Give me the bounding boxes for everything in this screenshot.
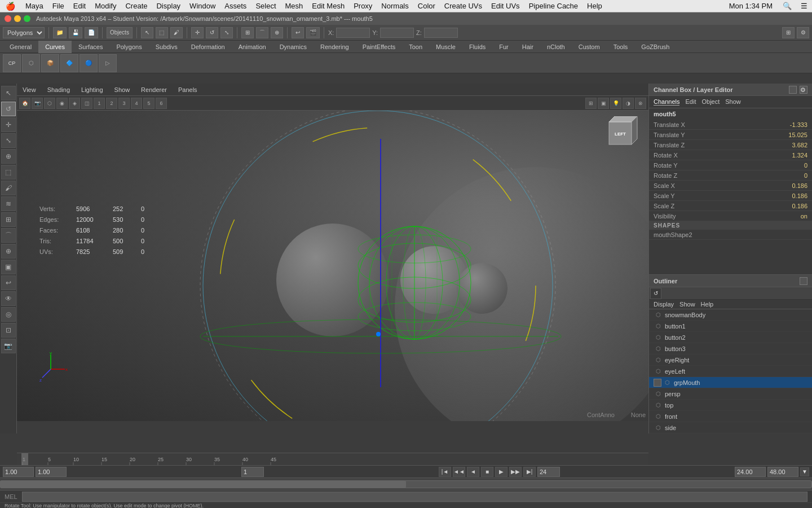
stop-btn[interactable]: ■ — [481, 467, 493, 477]
vp-back-faces[interactable]: ◫ — [81, 98, 92, 109]
snap-grid-btn[interactable]: ⊞ — [1, 212, 16, 227]
render-btn[interactable]: 🎬 — [306, 27, 320, 38]
menu-editmesh[interactable]: Edit Mesh — [307, 0, 349, 12]
vp-menu-show[interactable]: Show — [109, 84, 136, 96]
outliner-refresh-btn[interactable]: ↺ — [650, 288, 661, 299]
shelf-tab-general[interactable]: General — [3, 41, 38, 53]
vp-display1[interactable]: 1 — [94, 98, 105, 109]
shelf-tab-tools[interactable]: Tools — [607, 41, 635, 53]
vp-grid-toggle[interactable]: ⊞ — [585, 98, 597, 109]
menu-modify[interactable]: Modify — [90, 0, 121, 12]
vp-ao-toggle[interactable]: ⊗ — [635, 98, 646, 109]
goto-end-btn[interactable]: ▶| — [523, 467, 536, 477]
menu-window[interactable]: Window — [185, 0, 220, 12]
shelf-tab-subdivs[interactable]: Subdivs — [149, 41, 184, 53]
outliner-tab-display[interactable]: Display — [654, 301, 674, 308]
manipulator-dot[interactable] — [376, 332, 381, 336]
mode-selector[interactable]: Polygons — [3, 27, 45, 38]
vp-menu-lighting[interactable]: Lighting — [76, 84, 109, 96]
paint-tool[interactable]: 🖌 — [170, 27, 183, 38]
step-forward-btn[interactable]: ▶▶ — [509, 467, 522, 477]
view-cube[interactable]: LEFT — [603, 116, 637, 150]
shelf-tab-custom[interactable]: Custom — [572, 41, 607, 53]
shelf-tab-dynamics[interactable]: Dynamics — [273, 41, 314, 53]
outliner-collapse-btn[interactable] — [800, 277, 807, 285]
outliner-item-side[interactable]: ⬡ side — [649, 422, 812, 433]
outliner-item-button1[interactable]: ⬡ button1 — [649, 321, 812, 332]
menu-display[interactable]: Display — [152, 0, 185, 12]
vp-wireframe[interactable]: ⬡ — [44, 98, 55, 109]
outliner-content[interactable]: ⬡ snowmanBody ⬡ button1 ⬡ button2 ⬡ butt… — [649, 309, 812, 433]
vp-smooth[interactable]: ◉ — [56, 98, 68, 109]
outliner-item-button3[interactable]: ⬡ button3 — [649, 343, 812, 354]
cb-collapse-btn[interactable] — [789, 86, 797, 94]
shelf-tab-ncloth[interactable]: nCloth — [540, 41, 572, 53]
vp-display-mode[interactable]: ▣ — [598, 98, 609, 109]
outliner-item-eyeleft[interactable]: ⬡ eyeLeft — [649, 366, 812, 377]
vp-display6[interactable]: 6 — [156, 98, 167, 109]
isolate-btn[interactable]: ◎ — [1, 307, 16, 322]
vp-camera-home[interactable]: 🏠 — [19, 98, 30, 109]
history-icon-btn[interactable]: ↩ — [1, 275, 16, 290]
snap-curve-btn[interactable]: ⌒ — [1, 228, 16, 243]
soft-mod-btn[interactable]: ≋ — [1, 196, 16, 211]
menu-create[interactable]: Create — [121, 0, 152, 12]
outliner-item-button2[interactable]: ⬡ button2 — [649, 332, 812, 343]
camera-btn[interactable]: 📷 — [1, 339, 16, 353]
grpmouth-expand-icon[interactable] — [654, 379, 661, 387]
vp-xray[interactable]: ◈ — [69, 98, 80, 109]
menu-help[interactable]: Help — [582, 0, 607, 12]
range-slider-bar[interactable] — [0, 478, 812, 490]
menu-normals[interactable]: Normals — [377, 0, 413, 12]
shelf-tab-hair[interactable]: Hair — [515, 41, 540, 53]
search-icon[interactable]: 🔍 — [778, 0, 796, 12]
menu-createuvs[interactable]: Create UVs — [440, 0, 487, 12]
x-coord-input[interactable] — [336, 28, 370, 38]
playback-range-end-field[interactable] — [735, 467, 766, 477]
playback-start-field[interactable] — [3, 467, 34, 477]
outliner-item-top[interactable]: ⬡ top — [649, 400, 812, 411]
vp-menu-renderer[interactable]: Renderer — [135, 84, 173, 96]
rotate-tool[interactable]: ↺ — [206, 27, 218, 38]
cb-tab-object[interactable]: Object — [701, 98, 720, 106]
move-tool[interactable]: ✛ — [191, 27, 204, 38]
shelf-icon-1[interactable]: ⬡ — [22, 54, 40, 72]
paint-select-btn[interactable]: 🖌 — [1, 181, 16, 195]
shelf-tab-gozbrush[interactable]: GoZBrush — [634, 41, 676, 53]
shelf-icon-5[interactable]: ▷ — [99, 54, 117, 72]
menu-edit[interactable]: Edit — [69, 0, 90, 12]
menu-color[interactable]: Color — [413, 0, 440, 12]
channel-translate-y[interactable]: Translate Y 15.025 — [649, 130, 812, 140]
shelf-tab-rendering[interactable]: Rendering — [314, 41, 356, 53]
menu-edituvs[interactable]: Edit UVs — [487, 0, 524, 12]
file-open-btn[interactable]: 📁 — [53, 27, 67, 38]
menu-mesh[interactable]: Mesh — [281, 0, 308, 12]
outliner-tab-help[interactable]: Help — [701, 301, 714, 308]
playback-max-end-field[interactable] — [767, 467, 798, 477]
shelf-tab-deformation[interactable]: Deformation — [184, 41, 232, 53]
select-tool[interactable]: ↖ — [141, 27, 153, 38]
vp-display2[interactable]: 2 — [106, 98, 117, 109]
channel-translate-z[interactable]: Translate Z 3.682 — [649, 140, 812, 150]
playback-options-btn[interactable]: ▼ — [800, 467, 809, 476]
outliner-item-front[interactable]: ⬡ front — [649, 411, 812, 422]
settings-btn[interactable]: ⚙ — [797, 27, 809, 38]
channel-scale-y[interactable]: Scale Y 0.186 — [649, 191, 812, 201]
select-tool-btn[interactable]: ↖ — [1, 86, 16, 100]
frame-number-display[interactable]: 1 — [241, 467, 264, 477]
history-btn[interactable]: ↩ — [292, 27, 304, 38]
panel-btn[interactable]: ⊡ — [1, 323, 16, 338]
lasso-tool-btn[interactable]: ⬚ — [1, 165, 16, 179]
channel-rotate-x[interactable]: Rotate X 1.324 — [649, 150, 812, 160]
channel-shape-name[interactable]: mouthShape2 — [649, 230, 812, 240]
scale-tool[interactable]: ⤡ — [220, 27, 233, 38]
apple-menu[interactable]: 🍎 — [0, 2, 21, 11]
frame-end-display[interactable]: 24 — [537, 467, 560, 477]
channel-translate-x[interactable]: Translate X -1.333 — [649, 120, 812, 130]
menu-select[interactable]: Select — [251, 0, 280, 12]
snap-point-btn[interactable]: ⊕ — [1, 244, 16, 259]
menu-pipelinecache[interactable]: Pipeline Cache — [524, 0, 582, 12]
shelf-tab-polygons[interactable]: Polygons — [109, 41, 148, 53]
shelf-tab-toon[interactable]: Toon — [402, 41, 429, 53]
goto-start-btn[interactable]: |◄ — [439, 467, 451, 477]
